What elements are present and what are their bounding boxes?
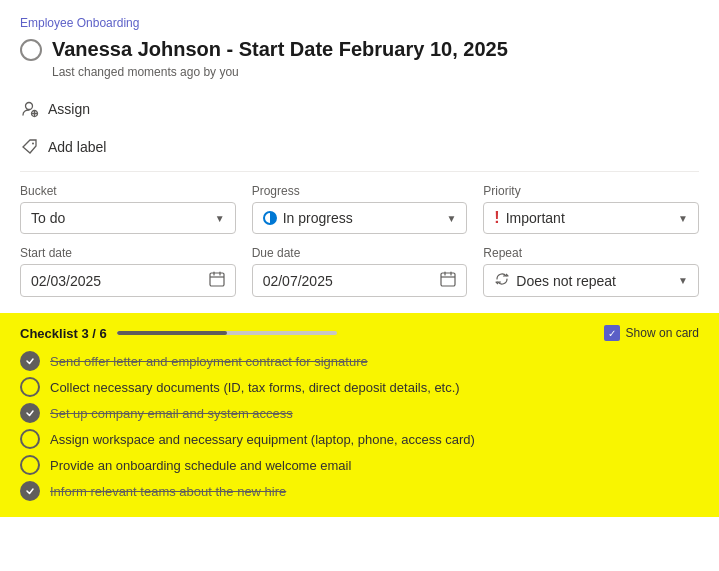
checklist-progress-fill xyxy=(117,331,227,335)
priority-field: Priority ! Important ▼ xyxy=(483,184,699,246)
svg-rect-5 xyxy=(210,273,224,286)
checklist-item[interactable]: Collect necessary documents (ID, tax for… xyxy=(20,377,699,397)
due-date-field: Due date 02/07/2025 xyxy=(252,246,468,309)
checklist-item-empty-icon[interactable] xyxy=(20,377,40,397)
add-label-text: Add label xyxy=(48,139,106,155)
task-title: Vanessa Johnson - Start Date February 10… xyxy=(52,38,508,61)
checklist-title: Checklist 3 / 6 xyxy=(20,326,107,341)
priority-label: Priority xyxy=(483,184,699,198)
checklist-item[interactable]: Provide an onboarding schedule and welco… xyxy=(20,455,699,475)
show-on-card-toggle[interactable]: ✓ Show on card xyxy=(604,325,699,341)
task-detail-panel: Employee Onboarding Vanessa Johnson - St… xyxy=(0,0,719,309)
label-icon xyxy=(20,137,40,157)
checklist-item-done-icon[interactable] xyxy=(20,403,40,423)
due-date-input[interactable]: 02/07/2025 xyxy=(252,264,468,297)
checklist-item-text: Collect necessary documents (ID, tax for… xyxy=(50,380,460,395)
checklist-item[interactable]: Assign workspace and necessary equipment… xyxy=(20,429,699,449)
checklist-item-done-icon[interactable] xyxy=(20,481,40,501)
repeat-icon xyxy=(494,271,510,290)
due-date-calendar-icon xyxy=(440,271,456,290)
svg-point-0 xyxy=(26,103,33,110)
checklist-item-text: Assign workspace and necessary equipment… xyxy=(50,432,475,447)
checklist-item-text: Set up company email and system access xyxy=(50,406,293,421)
priority-chevron-icon: ▼ xyxy=(678,213,688,224)
breadcrumb[interactable]: Employee Onboarding xyxy=(20,16,699,30)
svg-point-4 xyxy=(32,143,34,145)
task-title-row: Vanessa Johnson - Start Date February 10… xyxy=(20,38,699,61)
priority-value: Important xyxy=(506,210,565,226)
repeat-value: Does not repeat xyxy=(516,273,616,289)
due-date-label: Due date xyxy=(252,246,468,260)
checklist-item-done-icon[interactable] xyxy=(20,351,40,371)
start-date-value: 02/03/2025 xyxy=(31,273,101,289)
task-complete-checkbox[interactable] xyxy=(20,39,42,61)
priority-dropdown[interactable]: ! Important ▼ xyxy=(483,202,699,234)
assign-row[interactable]: Assign xyxy=(20,95,699,123)
progress-value: In progress xyxy=(283,210,353,226)
progress-dot-icon xyxy=(263,211,277,225)
checklist-item[interactable]: Inform relevant teams about the new hire xyxy=(20,481,699,501)
fields-grid: Bucket To do ▼ Progress In progress ▼ Pr… xyxy=(20,184,699,309)
last-changed-text: Last changed moments ago by you xyxy=(52,65,699,79)
start-date-field: Start date 02/03/2025 xyxy=(20,246,236,309)
repeat-label: Repeat xyxy=(483,246,699,260)
progress-label: Progress xyxy=(252,184,468,198)
bucket-chevron-icon: ▼ xyxy=(215,213,225,224)
checklist-item[interactable]: Send offer letter and employment contrac… xyxy=(20,351,699,371)
checklist-items-list: Send offer letter and employment contrac… xyxy=(20,351,699,501)
due-date-value: 02/07/2025 xyxy=(263,273,333,289)
checklist-item-text: Inform relevant teams about the new hire xyxy=(50,484,286,499)
bucket-label: Bucket xyxy=(20,184,236,198)
add-label-row[interactable]: Add label xyxy=(20,133,699,161)
show-on-card-checkbox[interactable]: ✓ xyxy=(604,325,620,341)
start-date-input[interactable]: 02/03/2025 xyxy=(20,264,236,297)
priority-exclamation-icon: ! xyxy=(494,209,499,227)
assign-label: Assign xyxy=(48,101,90,117)
repeat-dropdown[interactable]: Does not repeat ▼ xyxy=(483,264,699,297)
bucket-dropdown[interactable]: To do ▼ xyxy=(20,202,236,234)
assign-icon xyxy=(20,99,40,119)
start-date-label: Start date xyxy=(20,246,236,260)
progress-field: Progress In progress ▼ xyxy=(252,184,468,246)
bucket-value: To do xyxy=(31,210,65,226)
start-date-calendar-icon xyxy=(209,271,225,290)
checklist-item-text: Send offer letter and employment contrac… xyxy=(50,354,368,369)
checklist-title-text: Checklist xyxy=(20,326,81,341)
repeat-field: Repeat Does not repeat ▼ xyxy=(483,246,699,309)
show-on-card-label: Show on card xyxy=(626,326,699,340)
checklist-header: Checklist 3 / 6 ✓ Show on card xyxy=(20,325,699,341)
divider-1 xyxy=(20,171,699,172)
svg-rect-9 xyxy=(441,273,455,286)
progress-dropdown[interactable]: In progress ▼ xyxy=(252,202,468,234)
checklist-progress-bar xyxy=(117,331,337,335)
checklist-item-empty-icon[interactable] xyxy=(20,455,40,475)
checklist-section: Checklist 3 / 6 ✓ Show on card Send offe… xyxy=(0,313,719,517)
checklist-item-text: Provide an onboarding schedule and welco… xyxy=(50,458,351,473)
bucket-field: Bucket To do ▼ xyxy=(20,184,236,246)
progress-chevron-icon: ▼ xyxy=(446,213,456,224)
repeat-chevron-icon: ▼ xyxy=(678,275,688,286)
checklist-item[interactable]: Set up company email and system access xyxy=(20,403,699,423)
checklist-count: 3 / 6 xyxy=(81,326,106,341)
checklist-item-empty-icon[interactable] xyxy=(20,429,40,449)
